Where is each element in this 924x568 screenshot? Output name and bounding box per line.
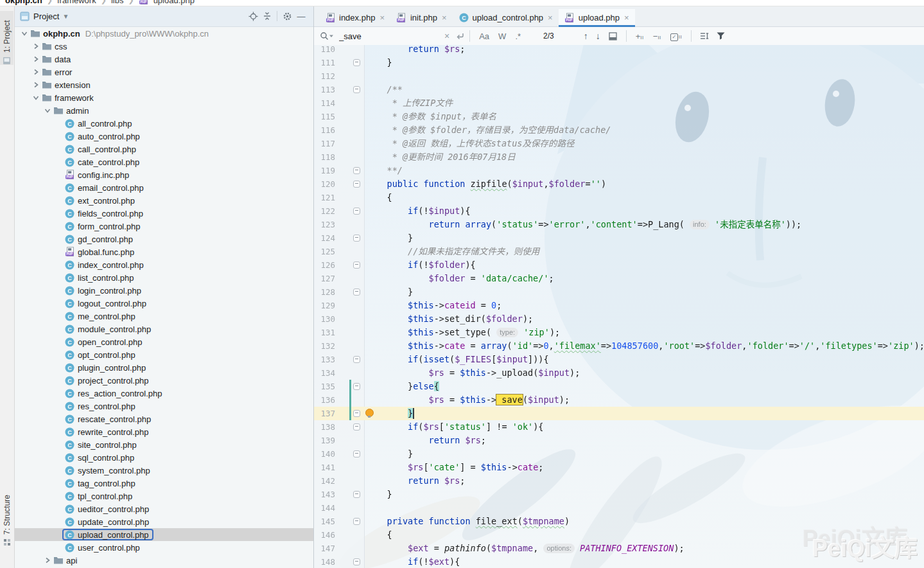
- code-line-112[interactable]: 112: [313, 69, 924, 83]
- chevron-right-icon[interactable]: [30, 42, 41, 51]
- select-all-occurrences-icon[interactable]: ✓II: [666, 31, 686, 41]
- tree-item-tag-control-php[interactable]: Ctag_control.php: [15, 477, 313, 490]
- tree-item-global-func-php[interactable]: PHPglobal.func.php: [15, 245, 313, 258]
- tree-item-rewrite-control-php[interactable]: Crewrite_control.php: [15, 425, 313, 438]
- code-line-126[interactable]: 126 if(!$folder){: [313, 258, 924, 272]
- code-line-116[interactable]: 116 * @参数 $folder，存储目录，为空使用data/cache/: [313, 123, 924, 137]
- fold-marker-icon[interactable]: [353, 262, 360, 269]
- whole-words-toggle[interactable]: W: [494, 31, 510, 41]
- close-icon[interactable]: ×: [442, 13, 447, 22]
- fold-marker-icon[interactable]: [353, 235, 360, 242]
- search-icon[interactable]: [320, 31, 334, 40]
- code-line-119[interactable]: 119 **/: [313, 164, 924, 177]
- chevron-down-icon[interactable]: ▼: [62, 13, 69, 20]
- tree-item-site-control-php[interactable]: Csite_control.php: [15, 438, 313, 451]
- fold-marker-icon[interactable]: [353, 383, 360, 390]
- tool-stripe-tab-project[interactable]: 1: Project: [0, 11, 13, 65]
- tree-item-call-control-php[interactable]: Ccall_control.php: [15, 143, 313, 155]
- fold-marker-icon[interactable]: [353, 181, 360, 188]
- close-icon[interactable]: ×: [379, 13, 385, 22]
- code-editor[interactable]: 110 return $rs;111 }112113 /**114 * 上传ZI…: [313, 45, 924, 568]
- tree-item-sql-control-php[interactable]: Csql_control.php: [15, 451, 313, 464]
- tree-item-config-inc-php[interactable]: PHPconfig.inc.php: [15, 168, 313, 181]
- tree-item-logout-control-php[interactable]: Clogout_control.php: [15, 297, 313, 310]
- chevron-down-icon[interactable]: [42, 106, 53, 115]
- tool-stripe-tab-structure[interactable]: 7: Structure: [0, 479, 13, 547]
- tree-item-tpl-control-php[interactable]: Ctpl_control.php: [15, 490, 313, 502]
- fold-marker-icon[interactable]: [353, 167, 360, 174]
- gear-icon[interactable]: [280, 9, 294, 23]
- breadcrumb-item[interactable]: libs: [111, 0, 124, 5]
- code-line-133[interactable]: 133 if(isset($_FILES[$input])){: [313, 353, 924, 366]
- tree-item-error[interactable]: error: [15, 66, 313, 78]
- code-line-144[interactable]: 144: [313, 501, 924, 515]
- tree-item-gd-control-php[interactable]: Cgd_control.php: [15, 233, 313, 245]
- in-selection-icon[interactable]: [604, 32, 622, 40]
- code-line-123[interactable]: 123 return array('status'=>'error','cont…: [313, 218, 924, 231]
- code-line-129[interactable]: 129 $this->cateid = 0;: [313, 299, 924, 312]
- tree-item-data[interactable]: data: [15, 53, 313, 66]
- tree-item-system-control-php[interactable]: Csystem_control.php: [15, 464, 313, 477]
- collapse-all-button[interactable]: [260, 9, 274, 23]
- tree-item-css[interactable]: css: [15, 40, 313, 53]
- remove-occurrence-icon[interactable]: −II: [649, 31, 666, 41]
- tree-item-res-action-control-php[interactable]: Cres_action_control.php: [15, 387, 313, 400]
- editor-tab-upload-control-php[interactable]: Cupload_control.php×: [453, 9, 559, 26]
- chevron-right-icon[interactable]: [30, 80, 41, 89]
- tree-item-me-control-php[interactable]: Cme_control.php: [15, 310, 313, 323]
- code-line-120[interactable]: 120 public function zipfile($input,$fold…: [313, 177, 924, 191]
- code-line-142[interactable]: 142 return $rs;: [313, 474, 924, 488]
- close-icon[interactable]: ×: [624, 13, 629, 22]
- next-occurrence-button[interactable]: ↓: [592, 31, 604, 41]
- chevron-down-icon[interactable]: [19, 29, 30, 38]
- tree-item-form-control-php[interactable]: Cform_control.php: [15, 220, 313, 233]
- tree-item-project-control-php[interactable]: Cproject_control.php: [15, 374, 313, 387]
- code-line-127[interactable]: 127 $folder = 'data/cache/';: [313, 272, 924, 285]
- breadcrumb-item[interactable]: upload.php: [153, 0, 195, 5]
- newline-icon[interactable]: [456, 32, 465, 40]
- fold-marker-icon[interactable]: [353, 59, 360, 66]
- fold-marker-icon[interactable]: [353, 423, 360, 430]
- tree-item-extension[interactable]: extension: [15, 78, 313, 91]
- add-occurrence-icon[interactable]: +II: [631, 31, 649, 41]
- code-line-111[interactable]: 111 }: [313, 56, 924, 69]
- tree-item-plugin-control-php[interactable]: Cplugin_control.php: [15, 361, 313, 374]
- tree-item-list-control-php[interactable]: Clist_control.php: [15, 271, 313, 284]
- fold-marker-icon[interactable]: [353, 208, 360, 215]
- code-line-117[interactable]: 117 * @返回 数组，上传状态status及保存的路径: [313, 137, 924, 150]
- code-line-140[interactable]: 140 }: [313, 447, 924, 461]
- locate-file-button[interactable]: [246, 9, 260, 23]
- tree-item-auto-control-php[interactable]: Cauto_control.php: [15, 130, 313, 143]
- code-line-115[interactable]: 115 * @参数 $input，表单名: [313, 110, 924, 123]
- filter-icon[interactable]: [713, 32, 729, 40]
- code-line-130[interactable]: 130 $this->set_dir($folder);: [313, 312, 924, 326]
- fold-marker-icon[interactable]: [353, 558, 360, 565]
- tree-item-opt-control-php[interactable]: Copt_control.php: [15, 348, 313, 361]
- code-line-134[interactable]: 134 $rs = $this->_upload($input);: [313, 366, 924, 380]
- code-line-131[interactable]: 131 $this->set_type( type: 'zip');: [313, 326, 924, 339]
- code-line-125[interactable]: 125 //如果未指定存储文件夹，则使用: [313, 245, 924, 258]
- editor-tab-index-php[interactable]: PHPindex.php×: [319, 9, 390, 26]
- code-line-121[interactable]: 121 {: [313, 191, 924, 204]
- fold-marker-icon[interactable]: [353, 288, 360, 296]
- code-line-124[interactable]: 124 }: [313, 231, 924, 245]
- code-line-139[interactable]: 139 return $rs;: [313, 434, 924, 447]
- regex-toggle[interactable]: .*: [510, 31, 525, 41]
- breadcrumb-item[interactable]: framework: [57, 0, 96, 5]
- fold-marker-icon[interactable]: [353, 491, 360, 498]
- code-line-137[interactable]: 137 }: [313, 407, 924, 420]
- code-line-132[interactable]: 132 $this->cate = array('id'=>0,'filemax…: [313, 339, 924, 353]
- tree-item-framework[interactable]: framework: [15, 91, 313, 104]
- editor-tab-upload-php[interactable]: PHPupload.php×: [559, 9, 635, 26]
- code-line-141[interactable]: 141 $rs['cate'] = $this->cate;: [313, 461, 924, 474]
- tree-item-cate-control-php[interactable]: Ccate_control.php: [15, 155, 313, 168]
- code-line-136[interactable]: 136 $rs = $this->_save($input);: [313, 393, 924, 407]
- tree-item-index-control-php[interactable]: Cindex_control.php: [15, 258, 313, 271]
- code-line-122[interactable]: 122 if(!$input){: [313, 204, 924, 218]
- close-icon[interactable]: ×: [444, 31, 449, 41]
- tree-item-all-control-php[interactable]: Call_control.php: [15, 117, 313, 130]
- tree-item-res-control-php[interactable]: Cres_control.php: [15, 400, 313, 413]
- tree-item-ueditor-control-php[interactable]: Cueditor_control.php: [15, 502, 313, 515]
- chevron-down-icon[interactable]: [30, 93, 41, 102]
- tree-item-user-control-php[interactable]: Cuser_control.php: [15, 541, 313, 554]
